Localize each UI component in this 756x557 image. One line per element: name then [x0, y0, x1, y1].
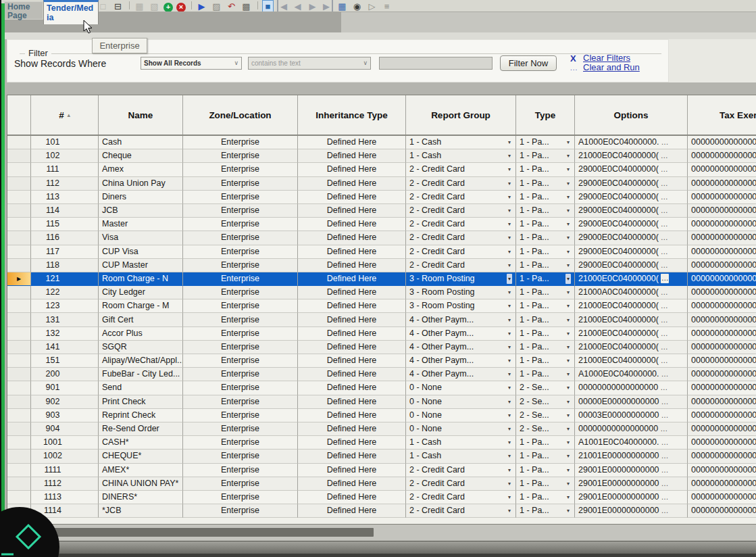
cell-zone-location[interactable]: Enterprise [183, 191, 298, 204]
table-row[interactable]: ▶121Room Charge - NEnterpriseDefined Her… [7, 272, 756, 286]
cell-tax-exempt[interactable]: 0000000000000000 [688, 245, 756, 259]
table-row[interactable]: 1113DINERS*EnterpriseDefined Here2 - Cre… [7, 491, 756, 504]
cell-report-group-dropdown[interactable]: 2 - Credit Card▾ [406, 259, 516, 272]
row-selector-cell[interactable] [7, 422, 31, 436]
cell-number[interactable]: 118 [31, 259, 99, 272]
cell-type-dropdown[interactable]: 2 - Se...▾ [516, 395, 575, 409]
row-selector-cell[interactable] [7, 341, 31, 354]
nav-prev-icon[interactable]: ◀ [292, 0, 303, 12]
cell-report-group-dropdown[interactable]: 2 - Credit Card▾ [406, 163, 516, 176]
dropdown-arrow-icon[interactable]: ▾ [507, 491, 512, 504]
dropdown-arrow-icon[interactable]: ▾ [565, 368, 571, 381]
cell-zone-location[interactable]: Enterprise [183, 436, 298, 450]
cell-zone-location[interactable]: Enterprise [183, 218, 298, 231]
row-selector-cell[interactable] [7, 477, 31, 491]
cell-zone-location[interactable]: Enterprise [183, 354, 298, 368]
cell-type-dropdown[interactable]: 1 - Pa...▾ [516, 136, 575, 149]
save-icon[interactable]: ▦ [134, 0, 145, 12]
cell-zone-location[interactable]: Enterprise [183, 409, 298, 422]
cell-number[interactable]: 902 [31, 395, 99, 409]
cell-type-dropdown[interactable]: 1 - Pa...▾ [516, 218, 575, 231]
row-selector-cell[interactable] [7, 436, 31, 450]
cell-inheritance-type[interactable]: Defined Here [298, 450, 406, 463]
cell-tax-exempt[interactable]: 0000000000000000 [688, 464, 756, 477]
grid-edit-icon[interactable]: ▦ [336, 0, 348, 12]
dropdown-arrow-icon[interactable]: ▾ [507, 327, 512, 340]
table-row[interactable]: 151Alipay/WeChat/Appl...EnterpriseDefine… [7, 354, 756, 368]
cell-name[interactable]: Gift Cert [99, 313, 183, 326]
cell-report-group-dropdown[interactable]: 1 - Cash▾ [406, 436, 516, 450]
table-row[interactable]: 123Room Charge - MEnterpriseDefined Here… [7, 299, 756, 313]
dropdown-arrow-icon[interactable]: ▾ [507, 314, 512, 326]
cell-number[interactable]: 115 [31, 218, 99, 231]
row-selector-cell[interactable] [7, 149, 31, 163]
dropdown-arrow-icon[interactable]: ▾ [507, 368, 512, 381]
options-ellipsis-icon[interactable]: … [661, 299, 667, 312]
cell-number[interactable]: 1001 [31, 436, 99, 450]
table-row[interactable]: 115MasterEnterpriseDefined Here2 - Credi… [7, 218, 756, 231]
cell-name[interactable]: CHEQUE* [99, 450, 183, 463]
options-ellipsis-icon[interactable]: … [661, 327, 667, 340]
cell-number[interactable]: 901 [31, 381, 99, 395]
cell-zone-location[interactable]: Enterprise [183, 504, 298, 518]
cell-inheritance-type[interactable]: Defined Here [298, 299, 406, 313]
cell-options[interactable]: 21000E0C04000000(… [575, 149, 688, 163]
cell-tax-exempt[interactable]: 0000000000000000 [688, 504, 756, 518]
cell-number[interactable]: 141 [31, 341, 99, 354]
cell-options[interactable]: 29001E00000000000… [575, 491, 688, 504]
dropdown-arrow-icon[interactable]: ▾ [507, 464, 512, 477]
table-row[interactable]: 118CUP MasterEnterpriseDefined Here2 - C… [7, 259, 756, 272]
cell-zone-location[interactable]: Enterprise [183, 272, 298, 286]
cell-type-dropdown[interactable]: 1 - Pa...▾ [516, 464, 575, 477]
cell-number[interactable]: 1002 [31, 450, 99, 463]
options-ellipsis-icon[interactable]: … [661, 274, 669, 283]
cell-options[interactable]: 21000E0C04000000(… [575, 341, 688, 354]
options-ellipsis-icon[interactable]: … [661, 314, 667, 326]
row-selector-cell[interactable]: ▶ [7, 272, 31, 286]
cell-type-dropdown[interactable]: 1 - Pa...▾ [516, 191, 575, 204]
cell-zone-location[interactable]: Enterprise [183, 313, 298, 326]
cell-number[interactable]: 904 [31, 422, 99, 436]
cell-options[interactable]: A1000E0C04000000.… [575, 136, 688, 149]
row-selector-cell[interactable] [7, 136, 31, 149]
cell-number[interactable]: 102 [31, 149, 99, 163]
cell-name[interactable]: Cheque [99, 149, 183, 163]
cell-name[interactable]: Diners [99, 191, 183, 204]
dropdown-arrow-icon[interactable]: ▾ [507, 177, 512, 190]
copy-page-icon[interactable]: □ [97, 0, 109, 12]
options-ellipsis-icon[interactable]: … [661, 259, 667, 272]
cell-type-dropdown[interactable]: 1 - Pa...▾ [516, 231, 575, 245]
cell-report-group-dropdown[interactable]: 2 - Credit Card▾ [406, 191, 516, 204]
dropdown-arrow-icon[interactable]: ▾ [565, 491, 571, 504]
cell-type-dropdown[interactable]: 1 - Pa...▾ [516, 368, 575, 381]
cell-zone-location[interactable]: Enterprise [183, 450, 298, 463]
cell-type-dropdown[interactable]: 1 - Pa...▾ [516, 149, 575, 163]
column-header-name[interactable]: Name [99, 95, 183, 135]
cell-inheritance-type[interactable]: Defined Here [298, 436, 406, 450]
duplicate-icon[interactable]: ▩ [241, 0, 252, 12]
cell-inheritance-type[interactable]: Defined Here [298, 477, 406, 491]
cell-options[interactable]: 21000E0C04000000(… [575, 354, 688, 368]
cell-type-dropdown[interactable]: 1 - Pa...▾ [516, 163, 575, 176]
dropdown-arrow-icon[interactable]: ▾ [507, 218, 512, 231]
cell-inheritance-type[interactable]: Defined Here [298, 177, 406, 191]
table-row[interactable]: 122City LedgerEnterpriseDefined Here3 - … [7, 286, 756, 299]
cell-options[interactable]: 29001E00000000000… [575, 477, 688, 491]
cell-inheritance-type[interactable]: Defined Here [298, 491, 406, 504]
cell-name[interactable]: SGQR [99, 341, 183, 354]
row-selector-cell[interactable] [7, 299, 31, 313]
cell-number[interactable]: 113 [31, 191, 99, 204]
table-row[interactable]: 117CUP VisaEnterpriseDefined Here2 - Cre… [7, 245, 756, 259]
cell-report-group-dropdown[interactable]: 1 - Cash▾ [406, 149, 516, 163]
cell-inheritance-type[interactable]: Defined Here [298, 204, 406, 218]
cell-inheritance-type[interactable]: Defined Here [298, 504, 406, 518]
horizontal-scrollbar[interactable] [0, 525, 756, 541]
cell-type-dropdown[interactable]: 1 - Pa...▾ [516, 327, 575, 341]
dropdown-arrow-icon[interactable]: ▾ [565, 409, 571, 422]
cell-zone-location[interactable]: Enterprise [183, 245, 298, 259]
cell-report-group-dropdown[interactable]: 4 - Other Paym...▾ [406, 368, 516, 381]
cell-options[interactable]: 29001E00000000000… [575, 504, 688, 518]
row-selector-cell[interactable] [7, 368, 31, 381]
dropdown-arrow-icon[interactable]: ▾ [507, 436, 512, 449]
cell-zone-location[interactable]: Enterprise [183, 177, 298, 191]
